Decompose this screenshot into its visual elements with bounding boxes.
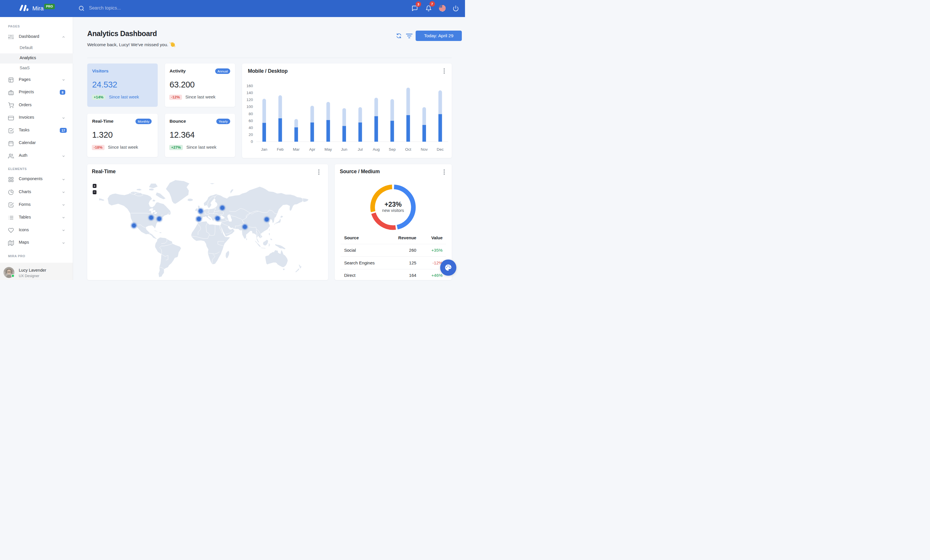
svg-text:100: 100 [246, 104, 253, 109]
svg-text:Aug: Aug [373, 147, 380, 152]
svg-text:May: May [325, 147, 332, 152]
svg-text:120: 120 [246, 98, 253, 102]
svg-text:60: 60 [249, 118, 253, 123]
svg-text:Jan: Jan [261, 147, 268, 152]
svg-text:Dec: Dec [437, 147, 443, 152]
svg-text:160: 160 [246, 83, 253, 88]
svg-text:40: 40 [249, 125, 253, 130]
svg-text:Feb: Feb [277, 147, 283, 152]
svg-text:Nov: Nov [421, 147, 428, 152]
svg-text:Mar: Mar [293, 147, 300, 152]
svg-text:Jun: Jun [341, 147, 348, 152]
svg-text:Apr: Apr [309, 147, 316, 152]
svg-text:0: 0 [251, 140, 253, 144]
svg-text:140: 140 [246, 91, 253, 95]
svg-text:20: 20 [249, 132, 253, 137]
svg-text:80: 80 [249, 111, 253, 116]
svg-text:Oct: Oct [405, 147, 411, 152]
svg-text:Jul: Jul [358, 147, 363, 152]
svg-text:Sep: Sep [389, 147, 396, 152]
